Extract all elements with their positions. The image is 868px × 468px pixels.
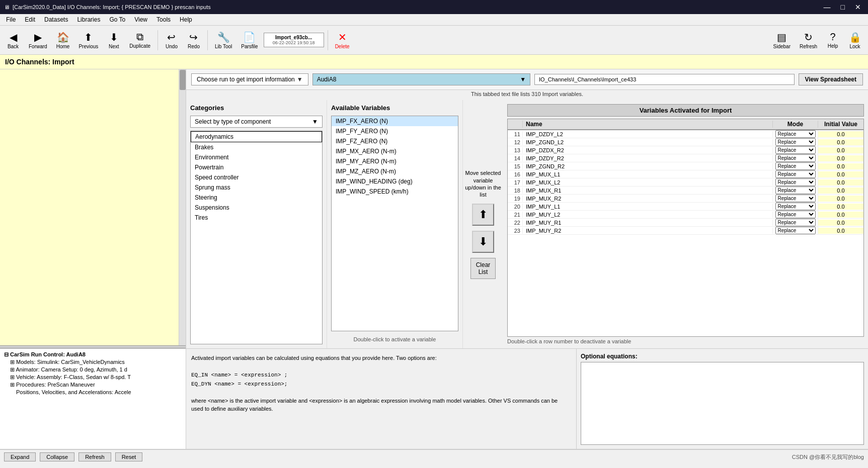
table-row[interactable]: 20 IMP_MUY_L1 Replace Add Multiply 0.0 [508,203,863,211]
menu-edit[interactable]: Edit [21,15,39,24]
view-spreadsheet-button[interactable]: View Spreadsheet [799,73,863,85]
var-fy-aero[interactable]: IMP_FY_AERO (N) [332,126,458,136]
mode-select[interactable]: Replace Add Multiply [775,138,816,146]
table-row[interactable]: 16 IMP_MUX_L1 Replace Add Multiply 0.0 [508,170,863,178]
row-mode[interactable]: Replace Add Multiply [773,211,818,218]
back-button[interactable]: ◀ Back [3,29,23,51]
mode-select[interactable]: Replace Add Multiply [775,186,816,194]
row-number[interactable]: 19 [508,196,523,202]
cat-brakes[interactable]: Brakes [191,142,322,152]
tree-item-procedures[interactable]: ⊞ Procedures: PreScan Maneuver [0,381,186,389]
move-down-button[interactable]: ⬇ [472,231,494,253]
move-up-button[interactable]: ⬆ [472,204,494,226]
row-number[interactable]: 22 [508,220,523,226]
var-wind-speed[interactable]: IMP_WIND_SPEED (km/h) [332,186,458,197]
row-mode[interactable]: Replace Add Multiply [773,178,818,186]
mode-select[interactable]: Replace Add Multiply [775,130,816,138]
cat-tires[interactable]: Tires [191,213,322,223]
expand-button[interactable]: Expand [4,452,36,461]
cat-environment[interactable]: Environment [191,152,322,162]
mode-select[interactable]: Replace Add Multiply [775,154,816,162]
forward-button[interactable]: ▶ Forward [25,29,51,51]
row-number[interactable]: 11 [508,131,523,137]
table-row[interactable]: 14 IMP_DZDY_R2 Replace Add Multiply 0.0 [508,154,863,162]
cat-aerodynamics[interactable]: Aerodynamics [191,131,322,142]
choose-run-button[interactable]: Choose run to get import information ▼ [191,73,308,85]
parsfile-button[interactable]: 📄 Parsfile [238,29,261,51]
table-row[interactable]: 12 IMP_ZGND_L2 Replace Add Multiply 0.0 [508,138,863,146]
menu-view[interactable]: View [130,15,151,24]
row-number[interactable]: 15 [508,163,523,169]
cat-suspensions[interactable]: Suspensions [191,203,322,213]
row-mode[interactable]: Replace Add Multiply [773,195,818,202]
row-number[interactable]: 14 [508,155,523,161]
menu-goto[interactable]: Go To [105,15,129,24]
toolbar-refresh-button[interactable]: ↻ Refresh [796,29,821,51]
var-wind-heading[interactable]: IMP_WIND_HEADING (deg) [332,176,458,186]
table-row[interactable]: 15 IMP_ZGND_R2 Replace Add Multiply 0.0 [508,162,863,170]
table-row[interactable]: 18 IMP_MUX_R1 Replace Add Multiply 0.0 [508,186,863,195]
row-mode[interactable]: Replace Add Multiply [773,170,818,178]
libtool-button[interactable]: 🔧 Lib Tool [211,29,235,51]
clear-list-button[interactable]: ClearList [470,258,496,279]
optional-equations-textarea[interactable] [581,362,864,445]
table-row[interactable]: 22 IMP_MUY_R1 Replace Add Multiply 0.0 [508,219,863,227]
help-button[interactable]: ? Help [823,29,843,51]
mode-select[interactable]: Replace Add Multiply [775,227,816,234]
mode-select[interactable]: Replace Add Multiply [775,146,816,154]
var-fz-aero[interactable]: IMP_FZ_AERO (N) [332,136,458,146]
row-number[interactable]: 20 [508,204,523,210]
next-button[interactable]: ⬇ Next [104,29,124,51]
sidebar-button[interactable]: ▤ Sidebar [770,29,794,51]
menu-help[interactable]: Help [176,15,196,24]
row-number[interactable]: 23 [508,228,523,234]
row-mode[interactable]: Replace Add Multiply [773,154,818,162]
row-number[interactable]: 16 [508,171,523,177]
refresh-button[interactable]: Refresh [78,452,111,461]
reset-button[interactable]: Reset [115,452,143,461]
maximize-button[interactable]: □ [838,2,848,12]
row-number[interactable]: 18 [508,188,523,194]
table-row[interactable]: 21 IMP_MUY_L2 Replace Add Multiply 0.0 [508,211,863,219]
menu-libraries[interactable]: Libraries [73,15,104,24]
var-fx-aero[interactable]: IMP_FX_AERO (N) [332,116,458,126]
tree-item-animator[interactable]: ⊞ Animator: Camera Setup: 0 deg, Azimuth… [0,366,186,373]
home-button[interactable]: 🏠 Home [53,29,73,51]
row-mode[interactable]: Replace Add Multiply [773,203,818,210]
tree-item-vehicle[interactable]: ⊞ Vehicle: Assembly: F-Class, Sedan w/ 8… [0,373,186,381]
row-number[interactable]: 21 [508,212,523,218]
tree-item-models[interactable]: ⊞ Models: Simulink: CarSim_VehicleDynami… [0,358,186,366]
mode-select[interactable]: Replace Add Multiply [775,195,816,202]
mode-select[interactable]: Replace Add Multiply [775,178,816,186]
tree-item-positions[interactable]: Positions, Velocities, and Accelerations… [0,389,186,396]
mode-select[interactable]: Replace Add Multiply [775,162,816,170]
var-my-aero[interactable]: IMP_MY_AERO (N-m) [332,156,458,166]
menu-tools[interactable]: Tools [152,15,175,24]
menu-datasets[interactable]: Datasets [40,15,72,24]
var-mx-aero[interactable]: IMP_MX_AERO (N-m) [332,146,458,156]
cat-steering[interactable]: Steering [191,193,322,203]
table-row[interactable]: 13 IMP_DZDX_R2 Replace Add Multiply 0.0 [508,146,863,154]
row-mode[interactable]: Replace Add Multiply [773,162,818,170]
audi-select[interactable]: AudiA8 ▼ [312,73,530,85]
mode-select[interactable]: Replace Add Multiply [775,211,816,218]
row-mode[interactable]: Replace Add Multiply [773,219,818,226]
row-mode[interactable]: Replace Add Multiply [773,227,818,234]
menu-file[interactable]: File [2,15,20,24]
row-mode[interactable]: Replace Add Multiply [773,146,818,154]
delete-button[interactable]: ✕ Delete [332,29,353,51]
table-row[interactable]: 19 IMP_MUX_R2 Replace Add Multiply 0.0 [508,195,863,203]
minimize-button[interactable]: — [821,2,834,12]
lock-button[interactable]: 🔒 Lock [845,29,865,51]
mode-select[interactable]: Replace Add Multiply [775,170,816,178]
cat-speed-controller[interactable]: Speed controller [191,172,322,182]
undo-button[interactable]: ↩ Undo [162,29,182,51]
row-mode[interactable]: Replace Add Multiply [773,130,818,138]
mode-select[interactable]: Replace Add Multiply [775,203,816,210]
row-mode[interactable]: Replace Add Multiply [773,186,818,194]
cat-sprung-mass[interactable]: Sprung mass [191,182,322,193]
table-row[interactable]: 11 IMP_DZDY_L2 Replace Add Multiply 0.0 [508,130,863,138]
type-select-dropdown[interactable]: Select by type of component ▼ [190,116,323,128]
close-button[interactable]: ✕ [852,2,864,12]
tree-root[interactable]: ⊟ CarSim Run Control: AudiA8 [0,351,186,358]
